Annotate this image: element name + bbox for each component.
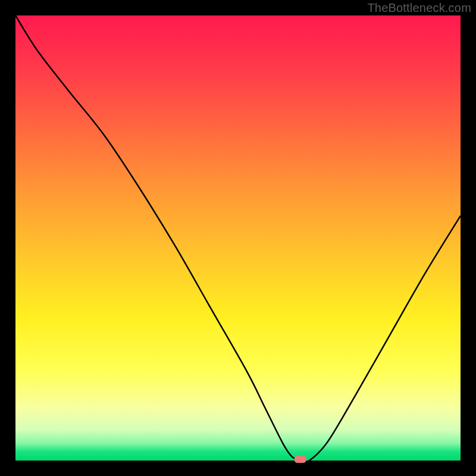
chart-frame: TheBottleneck.com	[0, 0, 476, 476]
bottleneck-curve	[15, 15, 461, 462]
watermark-text: TheBottleneck.com	[367, 1, 471, 15]
optimum-marker	[295, 456, 306, 463]
plot-area	[15, 15, 461, 461]
chart-overlay	[15, 15, 461, 461]
